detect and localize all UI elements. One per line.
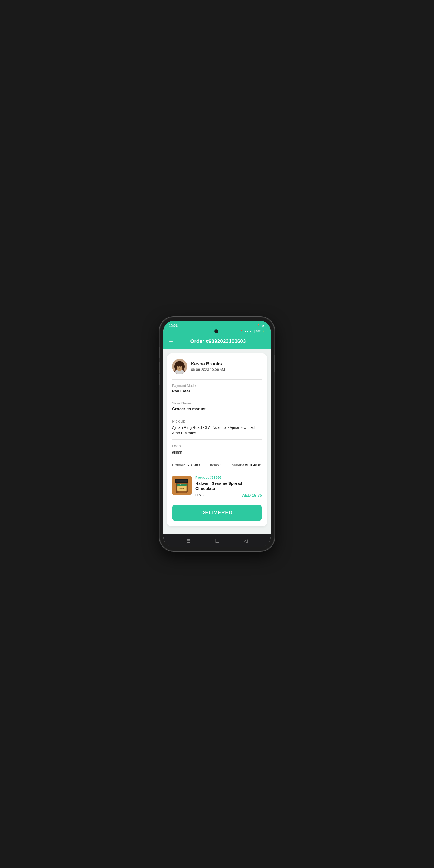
drop-label: Drop: [172, 443, 262, 448]
status-time: 12:06: [169, 323, 178, 328]
phone-screen: 12:06 📍 ▣ 📍 ▲▲▲ ||| 30% ⚡ ←: [163, 321, 271, 547]
battery-text: 30%: [256, 330, 261, 333]
pickup-address: Ajman Ring Road - 3 Al Nuaimia - Ajman -…: [172, 425, 262, 436]
pickup-row: Pick up Ajman Ring Road - 3 Al Nuaimia -…: [172, 415, 262, 439]
bottom-nav: ☰ ☐ ◁: [163, 534, 271, 547]
delivered-button[interactable]: DELIVERED: [172, 504, 262, 521]
amount-value: AED 48.81: [245, 463, 262, 467]
svg-text:SESAME: SESAME: [180, 488, 184, 489]
amount-stat: Amount AED 48.81: [231, 463, 262, 467]
product-qty-price: Qty:2 AED 19.75: [195, 493, 262, 497]
product-id: Product #63966: [195, 475, 262, 479]
back-button[interactable]: ←: [168, 338, 174, 344]
user-name: Kesha Brooks: [191, 361, 225, 367]
store-row: Store Name Groceries market: [172, 397, 262, 415]
svg-rect-14: [176, 480, 187, 482]
product-price: AED 19.75: [242, 493, 262, 497]
main-content: Kesha Brooks 06-09-2023 10:06 AM Payment…: [163, 349, 271, 534]
distance-label: Distance: [172, 463, 186, 467]
camera-dot: [214, 329, 218, 333]
svg-point-8: [178, 366, 179, 367]
svg-point-9: [180, 366, 182, 367]
payment-label: Payment Mode: [172, 383, 262, 388]
product-image: شمس SESAME TOU: [172, 475, 191, 495]
pickup-label: Pick up: [172, 419, 262, 424]
svg-point-6: [175, 363, 177, 370]
drop-row: Drop ajman: [172, 439, 262, 459]
user-date: 06-09-2023 10:06 AM: [191, 368, 225, 372]
distance-value: 5.8 Kms: [187, 463, 200, 467]
phone-frame: 12:06 📍 ▣ 📍 ▲▲▲ ||| 30% ⚡ ←: [160, 317, 274, 551]
user-info: Kesha Brooks 06-09-2023 10:06 AM: [172, 359, 262, 374]
nav-home-icon[interactable]: ☐: [215, 538, 219, 544]
svg-text:شمس: شمس: [180, 483, 184, 485]
nav-menu-icon[interactable]: ☰: [186, 538, 191, 544]
app-header: ← Order #6092023100603: [163, 335, 271, 349]
header-title: Order #6092023100603: [177, 338, 259, 344]
svg-text:TOU: TOU: [181, 489, 183, 490]
drop-address: ajman: [172, 450, 262, 455]
user-details: Kesha Brooks 06-09-2023 10:06 AM: [191, 361, 225, 372]
stats-row: Distance 5.8 Kms Items 1 Amount AED 48.8…: [172, 459, 262, 471]
product-qty: Qty:2: [195, 493, 204, 497]
items-value: 1: [220, 463, 222, 467]
store-label: Store Name: [172, 401, 262, 405]
payment-row: Payment Mode Pay Later: [172, 379, 262, 397]
status-bar: 12:06 📍 ▣: [163, 321, 271, 329]
nav-back-icon[interactable]: ◁: [244, 538, 248, 544]
camera-notch: 📍 ▲▲▲ ||| 30% ⚡: [163, 329, 271, 335]
avatar: [172, 359, 187, 374]
order-card: Kesha Brooks 06-09-2023 10:06 AM Payment…: [167, 353, 267, 527]
product-row: شمس SESAME TOU: [172, 471, 262, 500]
distance-stat: Distance 5.8 Kms: [172, 463, 200, 467]
product-name: Halwani Sesame Spread Chocolate: [195, 480, 262, 491]
amount-label: Amount: [231, 463, 244, 467]
product-details: Product #63966 Halwani Sesame Spread Cho…: [195, 475, 262, 497]
items-label: Items: [210, 463, 219, 467]
payment-value: Pay Later: [172, 389, 262, 393]
store-value: Groceries market: [172, 406, 262, 411]
svg-point-7: [182, 363, 185, 370]
items-stat: Items 1: [210, 463, 222, 467]
